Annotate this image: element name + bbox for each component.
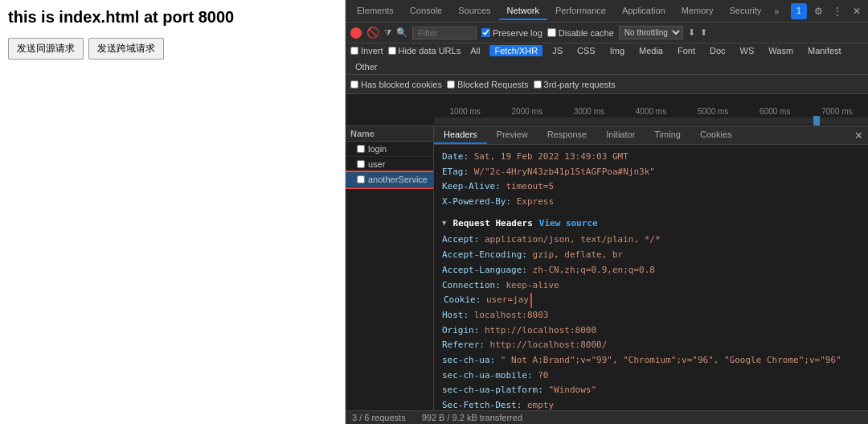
- transfer-size: 992 B / 9.2 kB transferred: [422, 413, 522, 422]
- filter-img-btn[interactable]: Img: [605, 45, 629, 56]
- third-party-label[interactable]: 3rd-party requests: [534, 80, 616, 89]
- page-title: this is index.html at port 8000: [8, 8, 337, 27]
- left-panel: this is index.html at port 8000 发送同源请求 发…: [0, 0, 346, 424]
- filter-doc-btn[interactable]: Doc: [705, 45, 731, 56]
- close-devtools-icon[interactable]: ✕: [849, 3, 865, 19]
- export-har-icon[interactable]: ⬆: [700, 27, 707, 38]
- timeline-labels: 1000 ms 2000 ms 3000 ms 4000 ms 5000 ms …: [346, 107, 868, 117]
- filter-manifest-btn[interactable]: Manifest: [803, 45, 846, 56]
- disable-cache-label[interactable]: Disable cache: [547, 28, 614, 38]
- tab-network[interactable]: Network: [499, 2, 547, 20]
- devtools-tab-bar: Elements Console Sources Network Perform…: [346, 0, 868, 23]
- response-headers-section: Date: Sat, 19 Feb 2022 13:49:03 GMT ETag…: [442, 150, 860, 210]
- same-origin-btn[interactable]: 发送同源请求: [8, 38, 84, 60]
- detail-tab-preview[interactable]: Preview: [487, 126, 538, 144]
- filter-wasm-btn[interactable]: Wasm: [764, 45, 798, 56]
- blocked-requests-label[interactable]: Blocked Requests: [447, 80, 529, 89]
- request-item-anotherservice[interactable]: anotherService: [346, 172, 433, 187]
- timeline-bar: 1000 ms 2000 ms 3000 ms 4000 ms 5000 ms …: [346, 94, 868, 126]
- request-checkbox-anotherservice[interactable]: [357, 175, 365, 183]
- filter-css-btn[interactable]: CSS: [572, 45, 600, 56]
- header-keep-alive: Keep-Alive: timeout=5: [442, 179, 860, 195]
- request-headers-section-header: ▼ Request Headers View source: [442, 216, 860, 232]
- timeline-indicator: [813, 116, 820, 126]
- import-har-icon[interactable]: ⬇: [688, 27, 695, 38]
- devtools-badge: 1: [791, 3, 807, 19]
- disable-cache-checkbox[interactable]: [547, 28, 556, 37]
- filter-other-btn[interactable]: Other: [350, 61, 383, 72]
- headers-content: Date: Sat, 19 Feb 2022 13:49:03 GMT ETag…: [434, 145, 868, 410]
- network-main: Name login user anotherService Headers P…: [346, 126, 868, 410]
- invert-label[interactable]: Invert: [350, 46, 383, 56]
- detail-tab-headers[interactable]: Headers: [434, 126, 487, 144]
- header-origin: Origin: http://localhost:8000: [442, 323, 860, 339]
- header-sec-ch-ua-mobile: sec-ch-ua-mobile: ?0: [442, 368, 860, 384]
- request-item-login[interactable]: login: [346, 142, 433, 157]
- more-tabs-icon[interactable]: »: [769, 3, 784, 19]
- tab-security[interactable]: Security: [721, 2, 769, 20]
- header-cookie: Cookie: user=jay: [442, 293, 860, 308]
- blocked-requests-checkbox[interactable]: [447, 80, 455, 89]
- search-icon[interactable]: 🔍: [396, 27, 407, 38]
- hide-data-urls-checkbox[interactable]: [388, 47, 396, 55]
- tab-memory[interactable]: Memory: [674, 2, 722, 20]
- tab-console[interactable]: Console: [402, 2, 450, 20]
- detail-tab-cookies[interactable]: Cookies: [690, 126, 742, 144]
- header-referer: Referer: http://localhost:8000/: [442, 338, 860, 353]
- throttle-select[interactable]: No throttling: [619, 26, 683, 39]
- request-checkbox-login[interactable]: [357, 145, 365, 153]
- invert-checkbox[interactable]: [350, 47, 358, 55]
- tab-performance[interactable]: Performance: [547, 2, 614, 20]
- detail-tab-timing[interactable]: Timing: [645, 126, 690, 144]
- filter-row-2: Has blocked cookies Blocked Requests 3rd…: [346, 75, 868, 94]
- detail-tab-initiator[interactable]: Initiator: [596, 126, 645, 144]
- filter-row: Invert Hide data URLs All Fetch/XHR JS C…: [346, 43, 868, 75]
- filter-js-btn[interactable]: JS: [547, 45, 567, 56]
- filter-fetch-xhr-btn[interactable]: Fetch/XHR: [489, 45, 542, 56]
- hide-data-urls-label[interactable]: Hide data URLs: [388, 46, 461, 56]
- cross-origin-btn[interactable]: 发送跨域请求: [88, 38, 164, 60]
- header-sec-ch-ua-platform: sec-ch-ua-platform: "Windows": [442, 383, 860, 398]
- header-accept-encoding: Accept-Encoding: gzip, deflate, br: [442, 248, 860, 263]
- detail-panel: Headers Preview Response Initiator Timin…: [434, 126, 868, 410]
- devtools-panel: Elements Console Sources Network Perform…: [346, 0, 868, 424]
- preserve-log-label[interactable]: Preserve log: [481, 28, 542, 38]
- cookie-highlighted-row: Cookie: user=jay: [442, 293, 530, 308]
- record-button[interactable]: [350, 27, 362, 39]
- timeline-track: [434, 117, 868, 124]
- view-source-link[interactable]: View source: [539, 216, 598, 232]
- has-blocked-cookies-label[interactable]: Has blocked cookies: [350, 80, 442, 89]
- settings-icon[interactable]: ⚙: [810, 3, 826, 19]
- preserve-log-checkbox[interactable]: [481, 28, 490, 37]
- tab-elements[interactable]: Elements: [349, 2, 402, 20]
- header-x-powered-by: X-Powered-By: Express: [442, 195, 860, 210]
- request-checkbox-user[interactable]: [357, 160, 365, 168]
- header-host: Host: localhost:8003: [442, 308, 860, 323]
- header-sec-fetch-dest: Sec-Fetch-Dest: empty: [442, 398, 860, 410]
- tab-sources[interactable]: Sources: [450, 2, 498, 20]
- detail-close-icon[interactable]: ✕: [854, 130, 863, 142]
- detail-tab-bar: Headers Preview Response Initiator Timin…: [434, 126, 868, 145]
- filter-all-btn[interactable]: All: [465, 45, 485, 56]
- has-blocked-cookies-checkbox[interactable]: [350, 80, 358, 89]
- detail-tab-response[interactable]: Response: [538, 126, 597, 144]
- request-list: Name login user anotherService: [346, 126, 434, 410]
- tab-application[interactable]: Application: [614, 2, 674, 20]
- filter-input[interactable]: [412, 27, 477, 39]
- clear-button[interactable]: 🚫: [366, 27, 379, 39]
- header-accept-language: Accept-Language: zh-CN,zh;q=0.9,en;q=0.8: [442, 263, 860, 278]
- header-etag: ETag: W/"2c-4HryN43zb41p1StAGFPoa#Njn3k": [442, 165, 860, 180]
- request-item-user[interactable]: user: [346, 157, 433, 172]
- request-list-header: Name: [346, 126, 433, 142]
- devtools-right-icons: 1 ⚙ ⋮ ✕: [791, 3, 865, 19]
- filter-media-btn[interactable]: Media: [634, 45, 668, 56]
- filter-ws-btn[interactable]: WS: [735, 45, 760, 56]
- header-sec-ch-ua: sec-ch-ua: " Not A;Brand";v="99", "Chrom…: [442, 353, 860, 368]
- button-row: 发送同源请求 发送跨域请求: [8, 38, 337, 60]
- filter-icon[interactable]: ⧩: [384, 27, 391, 38]
- more-options-icon[interactable]: ⋮: [829, 3, 845, 19]
- status-bar: 3 / 6 requests 992 B / 9.2 kB transferre…: [346, 410, 868, 424]
- network-toolbar: 🚫 ⧩ 🔍 Preserve log Disable cache No thro…: [346, 23, 868, 43]
- third-party-checkbox[interactable]: [534, 80, 542, 89]
- filter-font-btn[interactable]: Font: [673, 45, 700, 56]
